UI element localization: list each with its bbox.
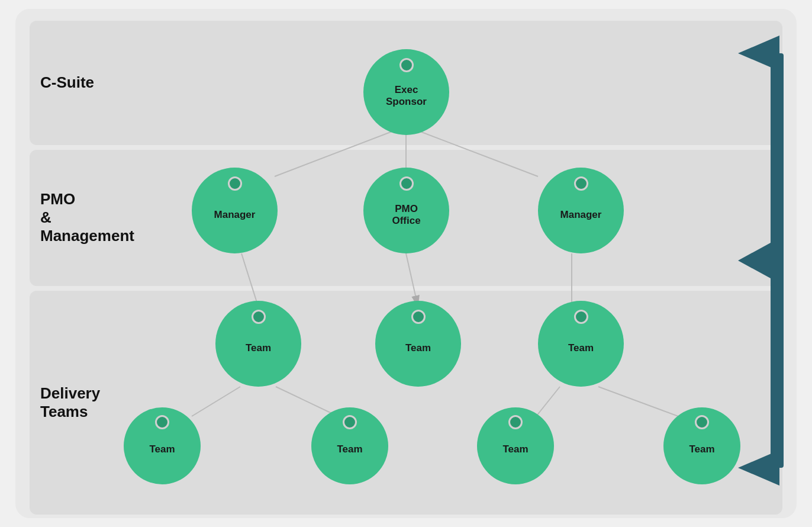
pmo-office-node: PMO Office	[363, 168, 449, 253]
team-mid-node: Team	[375, 301, 461, 387]
team-lm-label: Team	[337, 444, 362, 455]
team-right-label: Team	[568, 342, 594, 354]
team-rm-label: Team	[502, 444, 528, 455]
svg-marker-12	[738, 36, 779, 71]
team-left-node: Team	[215, 301, 301, 387]
svg-marker-13	[738, 450, 779, 486]
manager-left-node: Manager	[192, 168, 278, 253]
pmo-office-label: PMO Office	[392, 203, 420, 227]
manager-right-label: Manager	[560, 209, 602, 221]
team-lm-node: Team	[311, 407, 388, 484]
manager-left-label: Manager	[214, 209, 256, 221]
team-mid-label: Team	[405, 342, 431, 354]
team-rm-node: Team	[477, 407, 554, 484]
delivery-label: Delivery Teams	[40, 384, 100, 421]
svg-rect-11	[771, 53, 784, 468]
team-ll-node: Team	[124, 407, 201, 484]
csuite-label: C-Suite	[40, 73, 94, 92]
exec-sponsor-node: Exec Sponsor	[363, 49, 449, 135]
manager-right-node: Manager	[538, 168, 624, 253]
team-right-node: Team	[538, 301, 624, 387]
team-rr-label: Team	[689, 444, 714, 455]
team-left-label: Team	[246, 342, 271, 354]
team-rr-node: Team	[663, 407, 740, 484]
svg-marker-14	[738, 243, 771, 278]
arrow-bracket	[738, 36, 788, 486]
diagram-container: C-Suite PMO & Management Delivery Teams	[15, 9, 797, 518]
exec-sponsor-label: Exec Sponsor	[386, 84, 427, 108]
pmo-label: PMO & Management	[40, 190, 134, 246]
team-ll-label: Team	[149, 444, 175, 455]
